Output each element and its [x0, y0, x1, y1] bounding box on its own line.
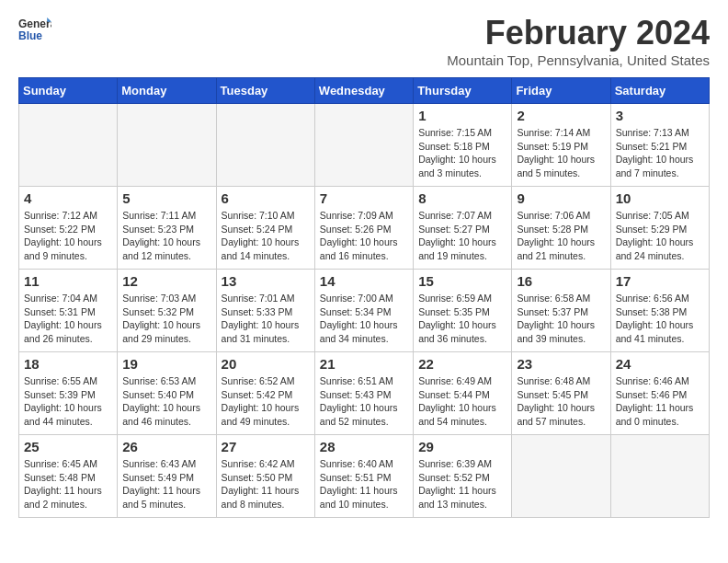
day-number: 9 [517, 190, 605, 206]
day-info: Sunrise: 7:14 AM Sunset: 5:19 PM Dayligh… [517, 126, 605, 180]
day-info: Sunrise: 7:06 AM Sunset: 5:28 PM Dayligh… [517, 209, 605, 263]
day-number: 20 [222, 356, 310, 372]
day-info: Sunrise: 7:12 AM Sunset: 5:22 PM Dayligh… [24, 209, 112, 263]
day-number: 15 [418, 273, 506, 289]
day-header-tuesday: Tuesday [216, 78, 314, 104]
calendar-cell: 7Sunrise: 7:09 AM Sunset: 5:26 PM Daylig… [314, 187, 413, 270]
day-headers-row: SundayMondayTuesdayWednesdayThursdayFrid… [19, 78, 710, 104]
day-number: 22 [418, 356, 506, 372]
day-number: 16 [517, 273, 605, 289]
calendar-cell [216, 104, 314, 187]
header: General Blue February 2024 Mountain Top,… [18, 14, 710, 68]
day-number: 17 [616, 273, 704, 289]
day-header-sunday: Sunday [19, 78, 118, 104]
calendar-cell: 13Sunrise: 7:01 AM Sunset: 5:33 PM Dayli… [216, 270, 314, 352]
day-info: Sunrise: 7:01 AM Sunset: 5:33 PM Dayligh… [222, 292, 310, 346]
calendar-cell [610, 435, 709, 518]
logo: General Blue [18, 14, 51, 47]
day-info: Sunrise: 7:03 AM Sunset: 5:32 PM Dayligh… [122, 292, 210, 346]
day-info: Sunrise: 6:56 AM Sunset: 5:38 PM Dayligh… [616, 292, 704, 346]
day-info: Sunrise: 6:42 AM Sunset: 5:50 PM Dayligh… [222, 457, 310, 511]
day-number: 18 [24, 356, 112, 372]
day-number: 24 [616, 356, 704, 372]
day-info: Sunrise: 6:39 AM Sunset: 5:52 PM Dayligh… [418, 457, 506, 511]
calendar-cell: 18Sunrise: 6:55 AM Sunset: 5:39 PM Dayli… [19, 352, 118, 435]
calendar-cell [19, 104, 118, 187]
day-info: Sunrise: 6:49 AM Sunset: 5:44 PM Dayligh… [418, 374, 506, 429]
day-number: 6 [222, 190, 310, 206]
day-number: 25 [24, 439, 112, 454]
day-number: 8 [418, 190, 506, 206]
calendar-cell: 26Sunrise: 6:43 AM Sunset: 5:49 PM Dayli… [118, 435, 216, 518]
calendar-cell: 4Sunrise: 7:12 AM Sunset: 5:22 PM Daylig… [19, 187, 118, 270]
day-info: Sunrise: 7:09 AM Sunset: 5:26 PM Dayligh… [320, 209, 408, 263]
week-row-3: 18Sunrise: 6:55 AM Sunset: 5:39 PM Dayli… [19, 352, 710, 435]
day-info: Sunrise: 6:45 AM Sunset: 5:48 PM Dayligh… [24, 457, 112, 511]
week-row-1: 4Sunrise: 7:12 AM Sunset: 5:22 PM Daylig… [19, 187, 710, 270]
day-number: 28 [320, 439, 408, 454]
calendar-cell: 12Sunrise: 7:03 AM Sunset: 5:32 PM Dayli… [118, 270, 216, 352]
day-header-thursday: Thursday [414, 78, 512, 104]
svg-text:General: General [18, 17, 51, 30]
day-info: Sunrise: 6:46 AM Sunset: 5:46 PM Dayligh… [616, 374, 704, 429]
day-number: 19 [122, 356, 210, 372]
calendar-cell: 29Sunrise: 6:39 AM Sunset: 5:52 PM Dayli… [414, 435, 512, 518]
calendar-cell: 10Sunrise: 7:05 AM Sunset: 5:29 PM Dayli… [610, 187, 709, 270]
calendar-cell: 6Sunrise: 7:10 AM Sunset: 5:24 PM Daylig… [216, 187, 314, 270]
day-info: Sunrise: 6:43 AM Sunset: 5:49 PM Dayligh… [122, 457, 210, 511]
day-header-saturday: Saturday [610, 78, 709, 104]
day-info: Sunrise: 7:15 AM Sunset: 5:18 PM Dayligh… [418, 126, 506, 180]
day-number: 12 [122, 273, 210, 289]
day-info: Sunrise: 7:07 AM Sunset: 5:27 PM Dayligh… [418, 209, 506, 263]
day-number: 2 [517, 108, 605, 123]
day-number: 14 [320, 273, 408, 289]
title-area: February 2024 Mountain Top, Pennsylvania… [447, 14, 710, 68]
day-info: Sunrise: 7:10 AM Sunset: 5:24 PM Dayligh… [222, 209, 310, 263]
day-info: Sunrise: 6:52 AM Sunset: 5:42 PM Dayligh… [222, 374, 310, 429]
calendar-table: SundayMondayTuesdayWednesdayThursdayFrid… [18, 77, 710, 518]
day-number: 11 [24, 273, 112, 289]
day-header-monday: Monday [118, 78, 216, 104]
day-number: 26 [122, 439, 210, 454]
calendar-cell: 14Sunrise: 7:00 AM Sunset: 5:34 PM Dayli… [314, 270, 413, 352]
calendar-cell: 2Sunrise: 7:14 AM Sunset: 5:19 PM Daylig… [512, 104, 610, 187]
day-info: Sunrise: 7:05 AM Sunset: 5:29 PM Dayligh… [616, 209, 704, 263]
week-row-0: 1Sunrise: 7:15 AM Sunset: 5:18 PM Daylig… [19, 104, 710, 187]
day-number: 23 [517, 356, 605, 372]
day-info: Sunrise: 6:40 AM Sunset: 5:51 PM Dayligh… [320, 457, 408, 511]
day-number: 7 [320, 190, 408, 206]
day-info: Sunrise: 7:13 AM Sunset: 5:21 PM Dayligh… [616, 126, 704, 180]
calendar-cell: 15Sunrise: 6:59 AM Sunset: 5:35 PM Dayli… [414, 270, 512, 352]
calendar-cell: 28Sunrise: 6:40 AM Sunset: 5:51 PM Dayli… [314, 435, 413, 518]
day-number: 27 [222, 439, 310, 454]
day-info: Sunrise: 6:48 AM Sunset: 5:45 PM Dayligh… [517, 374, 605, 429]
calendar-cell: 20Sunrise: 6:52 AM Sunset: 5:42 PM Dayli… [216, 352, 314, 435]
day-number: 21 [320, 356, 408, 372]
calendar-title: February 2024 [447, 14, 710, 52]
day-number: 5 [122, 190, 210, 206]
calendar-subtitle: Mountain Top, Pennsylvania, United State… [447, 52, 710, 68]
calendar-cell: 21Sunrise: 6:51 AM Sunset: 5:43 PM Dayli… [314, 352, 413, 435]
day-header-friday: Friday [512, 78, 610, 104]
day-number: 29 [418, 439, 506, 454]
day-header-wednesday: Wednesday [314, 78, 413, 104]
calendar-cell: 25Sunrise: 6:45 AM Sunset: 5:48 PM Dayli… [19, 435, 118, 518]
week-row-2: 11Sunrise: 7:04 AM Sunset: 5:31 PM Dayli… [19, 270, 710, 352]
week-row-4: 25Sunrise: 6:45 AM Sunset: 5:48 PM Dayli… [19, 435, 710, 518]
day-info: Sunrise: 7:00 AM Sunset: 5:34 PM Dayligh… [320, 292, 408, 346]
calendar-cell: 5Sunrise: 7:11 AM Sunset: 5:23 PM Daylig… [118, 187, 216, 270]
day-number: 1 [418, 108, 506, 123]
day-number: 10 [616, 190, 704, 206]
logo-svg: General Blue [18, 14, 51, 47]
calendar-cell: 1Sunrise: 7:15 AM Sunset: 5:18 PM Daylig… [414, 104, 512, 187]
day-info: Sunrise: 6:55 AM Sunset: 5:39 PM Dayligh… [24, 374, 112, 429]
day-number: 13 [222, 273, 310, 289]
calendar-cell: 8Sunrise: 7:07 AM Sunset: 5:27 PM Daylig… [414, 187, 512, 270]
calendar-cell: 9Sunrise: 7:06 AM Sunset: 5:28 PM Daylig… [512, 187, 610, 270]
calendar-cell: 27Sunrise: 6:42 AM Sunset: 5:50 PM Dayli… [216, 435, 314, 518]
calendar-cell: 23Sunrise: 6:48 AM Sunset: 5:45 PM Dayli… [512, 352, 610, 435]
calendar-cell: 24Sunrise: 6:46 AM Sunset: 5:46 PM Dayli… [610, 352, 709, 435]
day-info: Sunrise: 6:58 AM Sunset: 5:37 PM Dayligh… [517, 292, 605, 346]
calendar-cell [314, 104, 413, 187]
day-info: Sunrise: 6:53 AM Sunset: 5:40 PM Dayligh… [122, 374, 210, 429]
